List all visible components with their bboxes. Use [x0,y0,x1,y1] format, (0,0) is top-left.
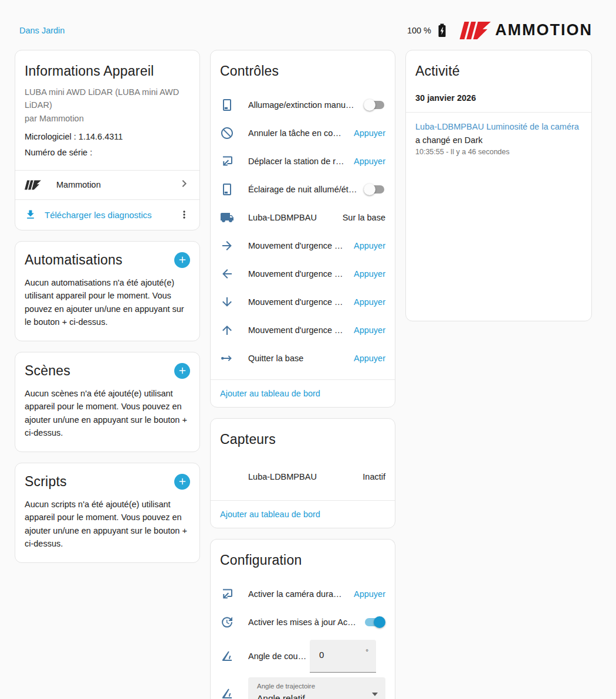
angle-icon [220,649,234,663]
left-column: Informations Appareil LUBA mini AWD LiDA… [15,50,200,563]
config-label: Activer la caméra dura… [248,589,354,599]
card-footer: Ajouter au tableau de bord [211,379,395,407]
device-info-card: Informations Appareil LUBA mini AWD LiDA… [15,50,200,230]
scenes-title: Scènes [25,363,70,379]
press-button[interactable]: Appuyer [354,241,385,250]
control-row: Quitter la base Appuyer [211,344,395,372]
add-to-dashboard-link[interactable]: Ajouter au tableau de bord [211,501,395,528]
control-label: Allumage/extinction manu… [248,100,364,110]
config-row: Activer la caméra dura… Appuyer [211,580,395,608]
activity-title: Activité [406,50,591,85]
press-button[interactable]: Appuyer [354,269,385,279]
battery-charging-icon [437,23,447,38]
config-row: Angle de trajectoire Angle relatif [211,673,395,699]
control-row: Annuler la tâche en co… Appuyer [211,119,395,147]
control-row: Mouvement d'urgence … Appuyer [211,288,395,316]
add-scene-button[interactable] [174,363,190,379]
press-button[interactable]: Appuyer [354,589,385,599]
degree-unit: ° [365,648,368,656]
activity-entry: Luba-LDBMPBAU Luminosité de la caméra a … [406,113,591,147]
mower-icon [220,211,234,225]
overflow-menu-button[interactable] [175,205,194,224]
control-row: Mouvement d'urgence … Appuyer [211,232,395,260]
device-info-title: Informations Appareil [15,50,199,85]
angle-input[interactable] [319,650,354,660]
arrow-down-icon [220,295,234,309]
battery-percent: 100 % [407,26,431,35]
tablet-icon [220,98,234,112]
dots-vertical-icon [178,209,190,220]
header-status-cluster: 100 % AMMOTION [407,21,593,39]
control-label: Quitter la base [248,354,354,363]
toggle-switch-off[interactable] [364,184,385,195]
configuration-title: Configuration [211,539,395,574]
toggle-switch-on[interactable] [364,616,385,628]
activity-timestamp: 10:35:55 - Il y a 46 secondes [406,147,591,157]
press-button[interactable]: Appuyer [354,354,385,363]
toggle-switch-off[interactable] [364,99,385,111]
move-station-icon [220,154,234,168]
angle-number-field[interactable]: ° [310,640,376,673]
press-button[interactable]: Appuyer [354,157,385,166]
device-page: Informations Appareil LUBA mini AWD LiDA… [0,50,616,699]
config-row: Activer les mises à jour Ac… [211,608,395,636]
plus-icon [177,476,188,487]
integration-row-mammotion[interactable]: Mammotion [15,171,199,199]
config-row: Angle de cou… ° [211,636,395,673]
entity-state[interactable]: Sur la base [343,213,385,222]
plus-icon [177,255,188,265]
control-label: Mouvement d'urgence … [248,269,354,279]
entity-label: Luba-LDBMPBAU [248,213,343,222]
scripts-title: Scripts [25,474,67,490]
angle-icon [220,687,234,699]
arrow-left-icon [220,267,234,281]
control-row: Mouvement d'urgence … Appuyer [211,316,395,344]
right-column: Activité 30 janvier 2026 Luba-LDBMPBAU L… [405,50,592,321]
mammotion-logo: AMMOTION [459,21,593,39]
control-label: Annuler la tâche en co… [248,128,354,138]
plus-icon [177,365,188,376]
chevron-down-icon [372,693,378,696]
exit-base-icon [220,351,234,365]
control-label: Mouvement d'urgence … [248,241,354,250]
scripts-card: Scripts Aucun scripts n'a été ajouté(e) … [15,463,200,563]
trajectory-angle-select[interactable]: Angle de trajectoire Angle relatif [248,677,385,699]
mammotion-logo-m-glyph [459,22,492,39]
breadcrumb-area-link[interactable]: Dans Jardin [19,26,65,35]
mammotion-integration-icon [25,180,42,190]
controls-title: Contrôles [211,50,395,85]
update-icon [220,615,234,629]
control-label: Déplacer la station de r… [248,157,354,166]
tablet-icon [220,182,234,196]
arrow-right-icon [220,239,234,253]
control-label: Mouvement d'urgence … [248,297,354,307]
config-label: Angle de cou… [248,652,310,661]
automations-title: Automatisations [25,252,123,268]
download-icon [25,209,36,220]
press-button[interactable]: Appuyer [354,297,385,307]
chevron-right-icon [177,177,191,193]
download-diagnostics-link[interactable]: Télécharger les diagnostics [25,209,175,220]
activity-date: 30 janvier 2026 [406,85,591,112]
add-automation-button[interactable] [174,252,190,268]
add-script-button[interactable] [174,474,190,490]
scenes-card: Scènes Aucun scènes n'a été ajouté(e) ut… [15,352,200,452]
mammotion-logo-wordmark: AMMOTION [495,21,593,40]
download-diagnostics-label: Télécharger les diagnostics [45,210,152,220]
diagnostics-row: Télécharger les diagnostics [15,200,199,230]
sensor-state[interactable]: Inactif [363,472,385,481]
device-manufacturer: par Mammotion [15,111,199,125]
arrow-up-icon [220,323,234,337]
sensors-card: Capteurs Luba-LDBMPBAU Inactif Ajouter a… [210,418,395,528]
control-row: Luba-LDBMPBAU Sur la base [211,203,395,232]
automations-empty-text: Aucun automatisations n'a été ajouté(e) … [15,274,199,341]
activity-entity-link[interactable]: Luba-LDBMPBAU Luminosité de la caméra [415,122,579,131]
press-button[interactable]: Appuyer [354,325,385,335]
press-button[interactable]: Appuyer [354,128,385,138]
sensor-row: Luba-LDBMPBAU Inactif [211,462,395,492]
control-row: Éclairage de nuit allumé/ét… [211,175,395,203]
add-to-dashboard-link[interactable]: Ajouter au tableau de bord [211,380,395,407]
move-station-icon [220,587,234,601]
top-bar: Dans Jardin 100 % AMMOTION [0,0,616,50]
device-serial: Numéro de série : [15,141,199,170]
